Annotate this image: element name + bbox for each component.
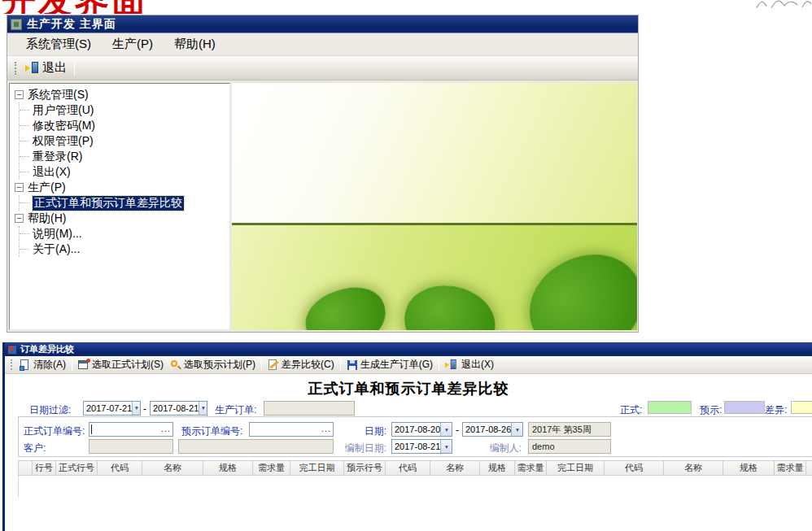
grid-header-spec[interactable]: 规格 xyxy=(480,460,515,476)
date-filter-label: 日期过滤: xyxy=(29,403,71,417)
grid-header-name[interactable]: 名称 xyxy=(142,460,203,476)
grid-header-rowno[interactable]: 行号 xyxy=(33,460,56,476)
main-window: 生产开发 主界面 系统管理(S) 生产(P) 帮助(H) 退出 系统管理(S) … xyxy=(7,15,639,333)
menu-help[interactable]: 帮助(H) xyxy=(164,33,226,55)
exit-button-label: 退出 xyxy=(42,60,67,76)
diff-compare-button[interactable]: 差异比较(C) xyxy=(264,357,338,372)
magnifier-icon xyxy=(170,359,181,371)
chevron-down-icon[interactable] xyxy=(132,402,140,415)
main-window-app-icon xyxy=(11,19,22,30)
tree-item-exit[interactable]: 退出(X) xyxy=(20,164,229,180)
generate-production-order-button[interactable]: 生成生产订单(G) xyxy=(343,357,436,372)
toolbar-separator xyxy=(74,61,75,76)
tree-node-help[interactable]: 帮助(H) xyxy=(15,211,229,226)
background-leaf-image xyxy=(232,83,637,330)
toolbar-separator xyxy=(340,359,341,371)
prepared-by-field xyxy=(528,439,611,454)
filter-date-to-combo[interactable]: 2017-08-21 xyxy=(150,401,207,416)
week-field xyxy=(528,422,611,437)
toolbar-separator xyxy=(439,359,439,371)
diff-grid-header: 行号 正式行号 代码 名称 规格 需求量 完工日期 预示行号 代码 名称 规格 … xyxy=(18,460,812,476)
grid-header-code[interactable]: 代码 xyxy=(98,460,142,476)
compare-window-titlebar[interactable]: 订单差异比较 xyxy=(5,342,812,356)
page-heading-clipped: 开发界面 xyxy=(0,0,171,14)
toolbar-gripper[interactable] xyxy=(15,62,17,75)
watermark-scribble xyxy=(755,0,812,10)
tree-collapse-icon[interactable] xyxy=(15,183,24,192)
tree-item-user-management[interactable]: 用户管理(U) xyxy=(20,102,229,118)
main-window-title: 生产开发 主界面 xyxy=(27,17,116,32)
select-forecast-plan-button[interactable]: 选取预示计划(P) xyxy=(167,357,259,372)
tree-node-label: 生产(P) xyxy=(28,181,66,195)
formal-order-browse-button[interactable]: ... xyxy=(161,424,171,433)
main-window-titlebar[interactable]: 生产开发 主界面 xyxy=(7,15,638,33)
grid-header-spec[interactable]: 规格 xyxy=(723,460,775,476)
prepared-date-combo[interactable]: 2017-08-21 xyxy=(391,439,452,454)
toolbar-gripper[interactable] xyxy=(11,359,13,370)
chevron-down-icon[interactable] xyxy=(440,440,452,453)
tree-item-relogin[interactable]: 重登录(R) xyxy=(20,149,229,164)
order-date-to-combo[interactable]: 2017-08-26 xyxy=(462,422,523,437)
chevron-down-icon[interactable] xyxy=(440,423,452,436)
main-toolbar: 退出 xyxy=(7,56,638,81)
grid-header-code[interactable]: 代码 xyxy=(605,460,664,476)
prepared-by-label: 编制人: xyxy=(471,442,522,455)
filter-row: 日期过滤: 2017-07-21 - 2017-08-21 生产订单: 正式: … xyxy=(5,401,812,417)
edit-pencil-icon xyxy=(268,359,279,371)
production-order-input[interactable] xyxy=(264,401,355,416)
date-label: 日期: xyxy=(364,424,386,438)
select-formal-plan-button[interactable]: 选取正式计划(S) xyxy=(75,357,167,372)
tree-node-production[interactable]: 生产(P) xyxy=(15,180,229,195)
tree-item-change-password[interactable]: 修改密码(M) xyxy=(20,118,229,133)
grid-header-qty[interactable]: 需求量 xyxy=(253,460,290,476)
grid-header-name[interactable]: 名称 xyxy=(430,460,480,476)
grid-header-formal-rowno[interactable]: 正式行号 xyxy=(56,460,98,476)
form-select-icon xyxy=(78,359,89,371)
exit-button[interactable]: 退出 xyxy=(21,59,71,77)
leaf-shape xyxy=(299,280,393,330)
filter-date-from-combo[interactable]: 2017-07-21 xyxy=(83,401,141,416)
grid-header-name[interactable]: 名称 xyxy=(664,460,723,476)
grid-header-finish-date[interactable]: 完工日期 xyxy=(547,460,605,476)
exit-button[interactable]: 退出(X) xyxy=(442,357,497,372)
legend-diff-label: 差异: xyxy=(765,403,787,417)
order-date-from-combo[interactable]: 2017-08-20 xyxy=(391,422,452,437)
tree-node-system[interactable]: 系统管理(S) xyxy=(15,87,229,102)
grid-header-code[interactable]: 代码 xyxy=(386,460,430,476)
grid-header-forecast-rowno[interactable]: 预示行号 xyxy=(344,460,386,476)
customer-code-field xyxy=(89,439,173,454)
legend-diff-swatch xyxy=(791,401,812,414)
tree-collapse-icon[interactable] xyxy=(15,90,24,99)
forecast-order-browse-button[interactable]: ... xyxy=(321,424,331,433)
range-dash: - xyxy=(456,424,459,436)
menu-production[interactable]: 生产(P) xyxy=(102,33,164,55)
menu-system-management[interactable]: 系统管理(S) xyxy=(15,33,102,55)
leaf-shape xyxy=(514,239,637,330)
customer-label: 客户: xyxy=(24,442,46,455)
grid-header-finish-date[interactable]: 完工日期 xyxy=(806,460,812,476)
grid-header-spec[interactable]: 规格 xyxy=(203,460,253,476)
toolbar-separator xyxy=(261,359,262,371)
tree-item-permission[interactable]: 权限管理(P) xyxy=(20,133,229,149)
clear-button[interactable]: 清除(A) xyxy=(16,357,69,372)
legend-forecast-label: 预示: xyxy=(700,403,722,417)
range-dash: - xyxy=(143,403,146,415)
forecast-order-label: 预示订单编号: xyxy=(181,424,242,438)
main-menubar: 系统管理(S) 生产(P) 帮助(H) xyxy=(7,33,638,56)
tree-collapse-icon[interactable] xyxy=(15,214,24,223)
tree-item-instructions[interactable]: 说明(M)... xyxy=(20,226,229,242)
grid-header-qty[interactable]: 需求量 xyxy=(515,460,547,476)
grid-header-qty[interactable]: 需求量 xyxy=(775,460,806,476)
compare-window-title: 订单差异比较 xyxy=(20,343,74,355)
tree-item-order-compare[interactable]: 正式订单和预示订单差异比较 xyxy=(20,195,229,211)
page-title: 正式订单和预示订单差异比较 xyxy=(5,379,812,398)
chevron-down-icon[interactable] xyxy=(199,402,207,415)
exit-door-icon xyxy=(25,62,39,74)
chevron-down-icon[interactable] xyxy=(511,423,522,436)
compare-window-app-icon xyxy=(7,345,17,355)
tree-item-about[interactable]: 关于(A)... xyxy=(20,242,229,257)
grid-header-finish-date[interactable]: 完工日期 xyxy=(290,460,344,476)
tree-node-label: 系统管理(S) xyxy=(28,88,89,102)
legend-forecast-swatch xyxy=(724,401,765,414)
formal-order-label: 正式订单编号: xyxy=(24,424,85,438)
